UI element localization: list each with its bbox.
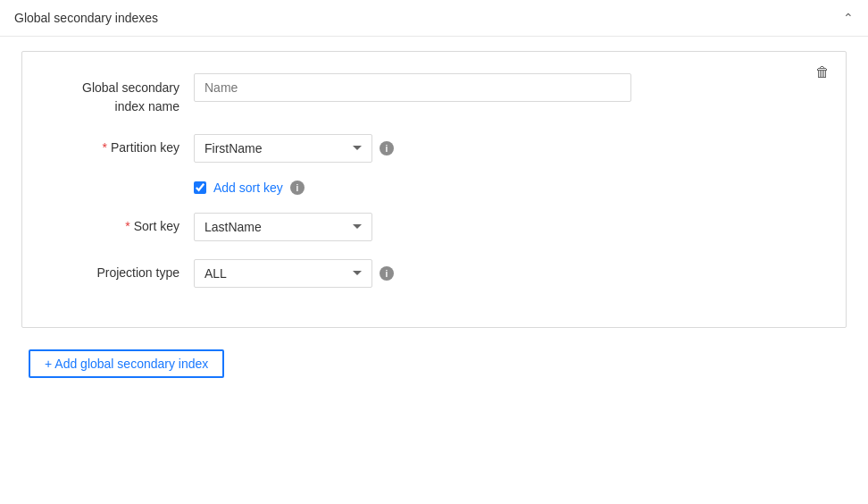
index-name-input[interactable]	[194, 73, 631, 102]
add-global-secondary-index-button[interactable]: + Add global secondary index	[29, 349, 224, 378]
partition-key-label: Partition key	[51, 134, 194, 157]
add-sort-key-checkbox[interactable]	[194, 181, 206, 194]
partition-key-info-icon[interactable]: i	[380, 141, 394, 155]
section-title: Global secondary indexes	[14, 11, 158, 25]
page-container: Global secondary indexes ⌃ 🗑 Global seco…	[0, 0, 868, 504]
partition-key-select[interactable]: FirstName LastName Email Id	[194, 134, 372, 163]
sort-key-label: Sort key	[51, 213, 194, 236]
partition-key-row: Partition key FirstName LastName Email I…	[51, 134, 817, 163]
projection-type-row: Projection type ALL KEYS_ONLY INCLUDE i	[51, 259, 817, 288]
projection-type-control: ALL KEYS_ONLY INCLUDE i	[194, 259, 817, 288]
add-sort-key-wrap: Add sort key i	[194, 181, 305, 195]
index-name-control	[194, 73, 817, 102]
partition-key-control: FirstName LastName Email Id i	[194, 134, 817, 163]
sort-key-row: Sort key LastName FirstName Email Id	[51, 213, 817, 241]
index-name-row: Global secondary index name	[51, 73, 817, 116]
add-sort-key-row: Add sort key i	[51, 181, 817, 195]
projection-type-info-icon[interactable]: i	[380, 266, 394, 281]
global-secondary-label: Global secondary index name	[51, 73, 194, 116]
chevron-icon[interactable]: ⌃	[843, 11, 854, 25]
sort-key-control: LastName FirstName Email Id	[194, 213, 817, 241]
sort-key-select[interactable]: LastName FirstName Email Id	[194, 213, 372, 241]
sort-key-info-icon[interactable]: i	[290, 181, 305, 195]
projection-type-label: Projection type	[51, 259, 194, 282]
add-sort-key-label[interactable]: Add sort key	[213, 181, 283, 195]
card-area: 🗑 Global secondary index name Partition …	[0, 37, 868, 399]
projection-type-select[interactable]: ALL KEYS_ONLY INCLUDE	[194, 259, 372, 288]
section-header: Global secondary indexes ⌃	[0, 0, 868, 37]
index-card: 🗑 Global secondary index name Partition …	[21, 51, 847, 328]
add-index-button-container: + Add global secondary index	[21, 342, 847, 378]
delete-index-button[interactable]: 🗑	[810, 63, 835, 82]
